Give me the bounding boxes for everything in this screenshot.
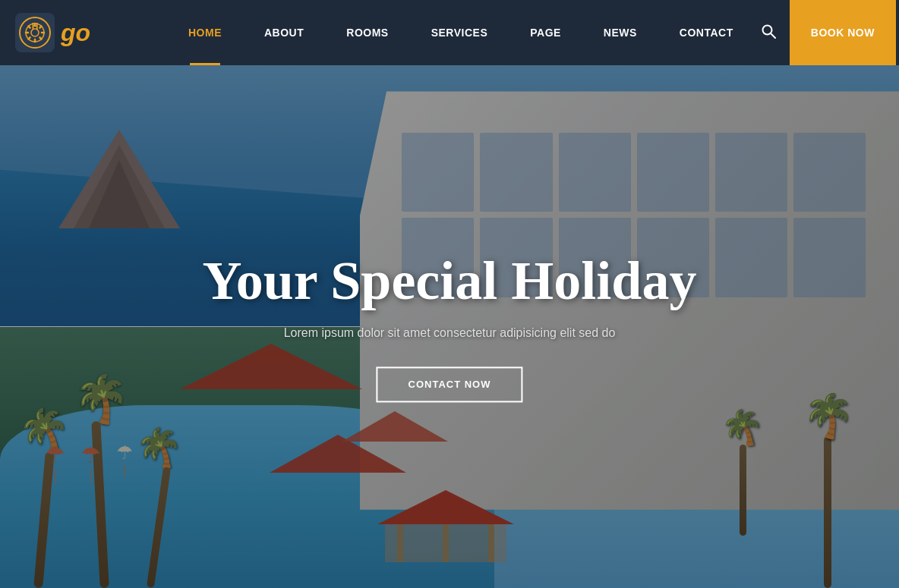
nav-item-services[interactable]: SERVICES <box>410 0 509 65</box>
nav-item-contact[interactable]: CONTACT <box>658 0 755 65</box>
svg-line-9 <box>29 27 30 28</box>
search-icon[interactable] <box>755 17 782 49</box>
logo[interactable]: H go <box>15 13 167 52</box>
svg-line-12 <box>29 37 30 39</box>
nav-item-news[interactable]: NEWS <box>582 0 658 65</box>
nav-item-rooms[interactable]: ROOMS <box>325 0 409 65</box>
logo-text: go <box>61 19 90 47</box>
hotel-logo-icon: H <box>15 13 55 52</box>
contact-now-button[interactable]: CONTACT NOW <box>377 366 523 402</box>
nav-item-page[interactable]: PAGE <box>509 0 582 65</box>
svg-line-14 <box>771 33 775 38</box>
hero-content: Your Special Holiday Lorem ipsum dolor s… <box>90 251 809 402</box>
hero-section: 🌴 🌴 🌴 🌴 🌴 ☂ ☂ ☂ <box>0 65 899 588</box>
svg-rect-0 <box>15 13 55 52</box>
hero-title: Your Special Holiday <box>90 251 809 311</box>
svg-line-10 <box>39 37 41 39</box>
nav-links: HOME ABOUT ROOMS SERVICES PAGE NEWS CONT… <box>167 0 755 65</box>
nav-item-about[interactable]: ABOUT <box>243 0 325 65</box>
svg-line-11 <box>39 27 41 28</box>
nav-right: BOOK NOW <box>755 0 896 65</box>
svg-point-13 <box>762 25 771 34</box>
hero-subtitle: Lorem ipsum dolor sit amet consectetur a… <box>90 326 809 340</box>
book-now-button[interactable]: BOOK NOW <box>790 0 896 65</box>
nav-item-home[interactable]: HOME <box>167 0 243 65</box>
navbar: H go HOME ABOUT ROOMS SERVICES PAGE NEWS… <box>0 0 899 65</box>
